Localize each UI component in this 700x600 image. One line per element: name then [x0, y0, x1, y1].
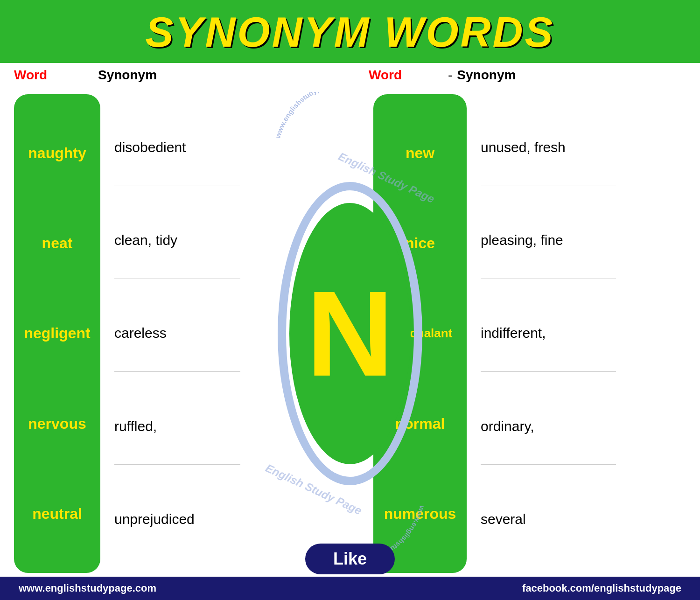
synonym-pleasing: pleasing, fine — [481, 202, 616, 279]
right-panel: new nice nonchalant normal numerous unus… — [350, 87, 700, 580]
word-neutral: neutral — [30, 475, 84, 552]
word-normal: normal — [393, 385, 448, 462]
like-button-area: Like — [305, 544, 395, 574]
footer-left: www.englishstudypage.com — [19, 582, 156, 594]
column-headers: Word Synonym Word - Synonym — [0, 63, 700, 87]
synonym-careless: careless — [114, 295, 240, 372]
main-content: naughty neat negligent nervous neutral d… — [0, 87, 700, 580]
word-neat: neat — [40, 205, 75, 282]
word-negligent: negligent — [21, 295, 92, 372]
left-panel: naughty neat negligent nervous neutral d… — [0, 87, 350, 580]
footer: www.englishstudypage.com facebook.com/en… — [0, 577, 700, 600]
right-synonym-column: unused, fresh pleasing, fine indifferent… — [476, 87, 616, 580]
synonym-unprejudiced: unprejudiced — [114, 481, 240, 558]
word-nervous: nervous — [26, 385, 88, 462]
like-button[interactable]: Like — [305, 544, 395, 574]
right-dash: - — [448, 68, 452, 83]
word-nice: nice — [403, 205, 437, 282]
footer-right: facebook.com/englishstudypage — [522, 582, 681, 594]
word-numerous: numerous — [382, 475, 459, 552]
page-wrapper: SYNONYM WORDS Word Synonym Word - Synony… — [0, 0, 700, 600]
left-synonym-header: Synonym — [98, 68, 191, 83]
right-word-column: new nice nonchalant normal numerous — [373, 94, 467, 573]
header: SYNONYM WORDS — [0, 0, 700, 63]
left-word-header: Word — [14, 68, 98, 83]
synonym-clean: clean, tidy — [114, 202, 240, 279]
left-word-column: naughty neat negligent nervous neutral — [14, 94, 100, 573]
right-word-header: Word — [369, 68, 443, 83]
synonym-ordinary: ordinary, — [481, 388, 616, 465]
left-synonym-column: disobedient clean, tidy careless ruffled… — [110, 87, 240, 580]
right-col-headers: Word - Synonym — [350, 68, 686, 83]
page-title: SYNONYM WORDS — [0, 8, 700, 56]
word-naughty: naughty — [26, 115, 88, 192]
synonym-indifferent: indifferent, — [481, 295, 616, 372]
right-synonym-header: Synonym — [457, 68, 550, 83]
synonym-several: several — [481, 481, 616, 558]
synonym-ruffled: ruffled, — [114, 388, 240, 465]
left-col-headers: Word Synonym — [14, 68, 350, 83]
synonym-disobedient: disobedient — [114, 110, 240, 186]
word-new: new — [403, 115, 437, 192]
word-nonchalant: nonchalant — [385, 295, 455, 372]
synonym-unused: unused, fresh — [481, 110, 616, 186]
